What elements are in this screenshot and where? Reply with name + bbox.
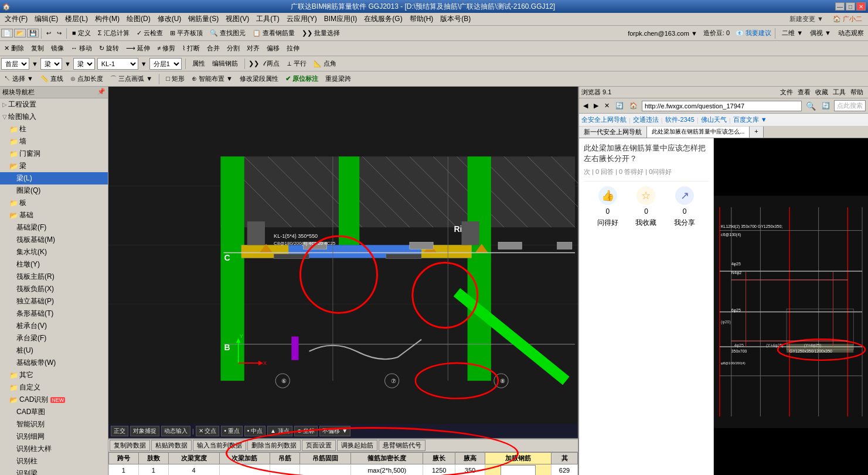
arc-btn[interactable]: ⌒ 三点画弧 ▼ xyxy=(107,73,155,84)
menu-online[interactable]: 在线服务(G) xyxy=(360,13,406,25)
2d-btn[interactable]: 二维 ▼ xyxy=(779,28,806,39)
star-btn[interactable]: ☆ 0 我收藏 xyxy=(635,186,656,228)
view-btn[interactable]: 偶视 ▼ xyxy=(807,28,834,39)
modify-span-btn[interactable]: 修改梁段属性 xyxy=(237,73,281,84)
batch-select-btn[interactable]: ❯❯ 批量选择 xyxy=(299,28,343,39)
browser-search-input[interactable]: 点此搜索 xyxy=(834,100,866,111)
quick-link-soft[interactable]: 软件-2345 xyxy=(665,115,695,124)
browser-go-btn[interactable]: 🔍 xyxy=(804,101,818,111)
reset-span-btn[interactable]: 重提梁跨 xyxy=(322,73,354,84)
animate-btn[interactable]: 动态观察 xyxy=(835,28,867,39)
browser-stop-btn[interactable]: ✕ xyxy=(603,102,611,110)
browser-menu-help[interactable]: 帮助 xyxy=(848,88,866,97)
sidebar-pin[interactable]: 📌 xyxy=(97,88,105,97)
quick-link-safe[interactable]: 全安全上网导航 xyxy=(581,115,627,124)
sidebar-item-recog-column[interactable]: 识别柱 xyxy=(0,455,108,467)
browser-home-btn[interactable]: 🏠 xyxy=(628,102,639,110)
tab-2[interactable]: 此处梁加腋在钢筋算量中应该怎么... xyxy=(647,127,750,138)
undo-btn[interactable]: ↩ xyxy=(44,29,53,37)
sidebar-item-pile-cap[interactable]: 桩承台(V) xyxy=(0,320,108,332)
check-btn[interactable]: ✓ 云检查 xyxy=(134,28,166,39)
two-point-btn[interactable]: 𝓁 两点 xyxy=(260,58,282,69)
browser-forward-btn[interactable]: ▶ xyxy=(592,102,600,110)
tab-1[interactable]: 新一代安全上网导航 xyxy=(579,127,647,138)
page-setup-btn[interactable]: 页面设置 xyxy=(302,440,336,451)
delete-col-btn[interactable]: 删除当前列数据 xyxy=(247,440,301,451)
sidebar-item-raft-rebar[interactable]: 筏板主筋(R) xyxy=(0,271,108,283)
sidebar-item-isolated[interactable]: 独立基础(P) xyxy=(0,295,108,307)
browser-refresh2-btn[interactable]: 🔄 xyxy=(820,102,832,110)
view-rebar-btn[interactable]: 📋 查看钢筋量 xyxy=(250,28,298,39)
maximize-button[interactable]: □ xyxy=(846,2,855,11)
find-btn[interactable]: 🔍 查找图元 xyxy=(207,28,249,39)
sidebar-item-raft-neg[interactable]: 筏板负筋(X) xyxy=(0,283,108,295)
browser-back-btn[interactable]: ◀ xyxy=(581,102,590,110)
edit-rebar-btn[interactable]: 编辑钢筋 xyxy=(209,58,241,69)
smart-layout-btn[interactable]: ⊕ 智能布置 ▼ xyxy=(189,73,236,84)
share-btn[interactable]: ↗ 0 我分享 xyxy=(674,186,695,228)
menu-file[interactable]: 文件(F) xyxy=(1,13,31,25)
sidebar-item-recog-beam[interactable]: 识别梁 xyxy=(0,467,108,475)
sidebar-item-draw[interactable]: ▽ 绘图输入 xyxy=(0,111,108,123)
sidebar-item-cad[interactable]: 📂 CAD识别 NEW xyxy=(0,394,108,406)
move-btn[interactable]: ↔ 移动 xyxy=(68,43,95,54)
close-button[interactable]: ✕ xyxy=(856,2,866,11)
point-length-btn[interactable]: ⊙ 点加长度 xyxy=(67,73,106,84)
browser-menu-file[interactable]: 文件 xyxy=(778,88,795,97)
quick-link-traffic[interactable]: 交通违法 xyxy=(633,115,659,124)
sidebar-item-foundation-beam[interactable]: 基础梁(F) xyxy=(0,221,108,234)
break-btn[interactable]: ⌇ 打断 xyxy=(179,43,203,54)
line-btn[interactable]: 📏 直线 xyxy=(38,73,66,84)
save-btn[interactable]: 💾 xyxy=(27,29,39,37)
midpoint-btn[interactable]: • 中点 xyxy=(244,426,265,436)
sidebar-item-cad-draft[interactable]: CAD草图 xyxy=(0,406,108,418)
menu-modify[interactable]: 修改(U) xyxy=(154,13,185,25)
waist-input-1[interactable] xyxy=(501,465,536,475)
menu-tools[interactable]: 工具(T) xyxy=(253,13,282,25)
sidebar-item-slab[interactable]: 📁 板 xyxy=(0,197,108,209)
sidebar-item-smart-recog[interactable]: 智能识别 xyxy=(0,418,108,430)
intersect-btn[interactable]: ✕ 交点 xyxy=(196,426,220,436)
select-mode-btn[interactable]: ↖ 选择 ▼ xyxy=(1,73,36,84)
sidebar-item-column[interactable]: 📁 柱 xyxy=(0,123,108,135)
browser-menu-tools[interactable]: 工具 xyxy=(830,88,848,97)
menu-view[interactable]: 视图(V) xyxy=(222,13,253,25)
align-btn[interactable]: 对齐 xyxy=(244,43,263,54)
quick-link-baidu[interactable]: 百度文库 ▼ xyxy=(733,115,767,124)
sidebar-item-custom[interactable]: 📁 自定义 xyxy=(0,381,108,394)
sidebar-item-pit[interactable]: 集水坑(K) xyxy=(0,246,108,258)
sidebar-item-cap-beam[interactable]: 承台梁(F) xyxy=(0,332,108,344)
copy-btn[interactable]: 复制 xyxy=(28,43,47,54)
snap-btn[interactable]: 对象捕捉 xyxy=(130,426,159,436)
cantilever-code-btn[interactable]: 悬臂钢筋代号 xyxy=(379,440,426,451)
layer-select[interactable]: 分层1 xyxy=(149,58,182,70)
orthogonal-btn[interactable]: 正交 xyxy=(111,426,128,436)
sidebar-item-ring-beam[interactable]: 圈梁(Q) xyxy=(0,184,108,197)
input-col-btn[interactable]: 输入当前列数据 xyxy=(193,440,246,451)
coord-btn[interactable]: ⊕ 坐标 xyxy=(294,426,318,436)
new-btn[interactable]: 📄 xyxy=(1,29,13,37)
browser-refresh-btn[interactable]: 🔄 xyxy=(614,102,625,110)
url-input[interactable] xyxy=(642,101,802,111)
sidebar-item-other[interactable]: 📁 其它 xyxy=(0,369,108,381)
quick-link-weather[interactable]: 佛山天气 xyxy=(701,115,727,124)
like-btn[interactable]: 👍 0 问得好 xyxy=(597,186,618,228)
sidebar-item-pile[interactable]: 桩(U) xyxy=(0,344,108,357)
align-top-btn[interactable]: ⊞ 平齐板顶 xyxy=(167,28,206,39)
browser-menu-fav[interactable]: 收藏 xyxy=(813,88,830,97)
merge-btn[interactable]: 合并 xyxy=(204,43,223,54)
parallel-btn[interactable]: ⊥ 平行 xyxy=(284,58,309,69)
redo-btn[interactable]: ↪ xyxy=(55,29,64,37)
sidebar-item-beam-l[interactable]: 梁(L) xyxy=(0,172,108,184)
trim-btn[interactable]: ≠ 修剪 xyxy=(154,43,178,54)
sidebar-item-opening[interactable]: 📁 门窗洞 xyxy=(0,148,108,160)
sidebar-item-project[interactable]: ▷ 工程设置 xyxy=(0,98,108,111)
type-select[interactable]: 梁 xyxy=(40,58,62,70)
element-type-select[interactable]: 梁 xyxy=(73,58,95,70)
minimize-button[interactable]: — xyxy=(835,2,845,11)
sidebar-item-slab-band[interactable]: 基础板带(W) xyxy=(0,357,108,369)
cad-drawing-area[interactable]: KL-1(5*4) 350*550 C8@180/200(4) 4CF20 4C… xyxy=(108,87,578,424)
menu-cloud[interactable]: 云应用(Y) xyxy=(283,13,321,25)
menu-draw[interactable]: 绘图(D) xyxy=(123,13,154,25)
cell-waist[interactable] xyxy=(485,464,551,476)
